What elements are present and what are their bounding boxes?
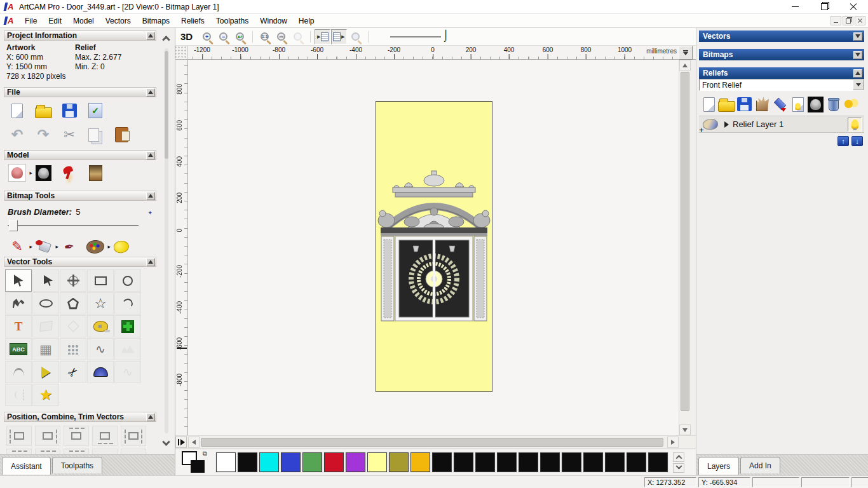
collapse-bitmap-tools-button[interactable]	[146, 192, 155, 200]
bitmaps-section-header[interactable]: Bitmaps	[699, 49, 864, 60]
tool-button[interactable]	[85, 163, 106, 183]
colour-swatch[interactable]	[259, 452, 279, 472]
menu-item[interactable]: Reliefs	[175, 15, 210, 27]
scroll-up-button[interactable]	[679, 60, 691, 71]
collapse-position-button[interactable]	[146, 413, 155, 421]
collapse-project-info-button[interactable]	[146, 32, 155, 40]
menu-item[interactable]: Help	[293, 15, 320, 27]
colour-swatch[interactable]	[389, 452, 409, 472]
vector-tool-button[interactable]: ∿	[87, 338, 114, 360]
relief-tool-button[interactable]	[825, 95, 842, 113]
vector-tool-button[interactable]	[114, 315, 141, 337]
align-tool-button[interactable]	[92, 449, 118, 454]
relief-selector[interactable]: Front Relief	[699, 79, 864, 91]
menu-item[interactable]: Window	[254, 15, 293, 27]
vector-tool-button[interactable]: ✂	[60, 361, 86, 383]
tool-button[interactable]: ↷	[32, 125, 54, 145]
collapse-vector-tools-button[interactable]	[146, 258, 155, 266]
align-tool-button[interactable]	[6, 449, 32, 454]
vector-tool-button[interactable]	[60, 269, 86, 292]
minimize-button[interactable]	[780, 0, 810, 14]
colour-swatch[interactable]	[302, 452, 322, 472]
zoom-previous-button[interactable]: ↩	[232, 29, 248, 44]
tool-button[interactable]	[32, 100, 54, 121]
colour-swatch[interactable]	[238, 452, 257, 472]
vector-tool-button[interactable]	[60, 315, 86, 337]
zoom-fit-button[interactable]: ▭	[273, 29, 289, 44]
colour-swatch[interactable]	[583, 452, 603, 472]
colour-swatch[interactable]	[627, 452, 646, 472]
contrast-slider-track[interactable]	[390, 36, 441, 37]
colour-swatch[interactable]	[216, 452, 236, 472]
scroll-down-button[interactable]	[679, 424, 691, 435]
expand-bitmaps-button[interactable]	[853, 51, 862, 59]
panel-tab[interactable]: Layers	[698, 457, 739, 475]
collapse-model-button[interactable]	[146, 151, 155, 159]
move-layer-up-button[interactable]: ↑	[837, 136, 849, 146]
vector-tool-button[interactable]	[87, 315, 114, 337]
expand-layer-icon[interactable]	[724, 121, 729, 128]
scroll-right-button[interactable]	[667, 437, 679, 448]
tool-button[interactable]: ✒	[58, 236, 80, 257]
tool-button[interactable]	[85, 236, 106, 257]
align-tool-button[interactable]	[35, 449, 60, 454]
colour-swatch[interactable]	[410, 452, 430, 472]
align-tool-button[interactable]	[6, 426, 32, 446]
toggle-bitmap-view-button[interactable]: ▸	[315, 29, 330, 44]
relief-tool-button[interactable]	[718, 95, 735, 113]
vector-tool-button[interactable]	[32, 292, 59, 315]
colour-swatch[interactable]	[281, 452, 301, 472]
preview-relief-button[interactable]	[348, 29, 363, 44]
tool-button[interactable]: ✎	[6, 236, 28, 257]
menu-item[interactable]: Model	[67, 15, 100, 27]
collapse-file-button[interactable]	[146, 88, 155, 97]
zoom-1to1-button[interactable]: 1:1	[257, 29, 273, 44]
align-tool-button[interactable]	[121, 426, 146, 446]
panel-tab[interactable]: Toolpaths	[52, 457, 102, 473]
toggle-vector-view-button[interactable]: ▸	[331, 29, 347, 44]
assistant-scrollbar[interactable]	[161, 34, 172, 447]
relief-tool-button[interactable]	[807, 95, 824, 113]
colour-swatch[interactable]	[562, 452, 581, 472]
tool-button[interactable]	[6, 100, 28, 121]
horizontal-scrollbar[interactable]	[175, 435, 696, 449]
colour-swatch[interactable]	[475, 452, 495, 472]
primary-secondary-colour-indicator[interactable]: ⧉	[182, 451, 208, 474]
zoom-objects-button[interactable]	[290, 29, 306, 44]
secondary-colour-swatch[interactable]	[191, 460, 205, 473]
colour-swatch[interactable]	[367, 452, 387, 472]
scrollbar-thumb[interactable]	[165, 51, 168, 159]
palette-scroll-down-button[interactable]	[673, 463, 684, 473]
layer-visibility-button[interactable]	[848, 118, 862, 132]
horizontal-scroll-thumb[interactable]	[201, 438, 663, 447]
align-tool-button[interactable]: Nes	[121, 449, 146, 454]
vectors-section-header[interactable]: Vectors	[699, 30, 864, 42]
menu-item[interactable]: Edit	[43, 15, 67, 27]
align-tool-button[interactable]	[92, 426, 118, 446]
model-section-header[interactable]: Model	[4, 150, 156, 160]
colour-swatch[interactable]	[605, 452, 625, 472]
scroll-left-button[interactable]	[188, 437, 200, 448]
vector-tool-button[interactable]	[60, 338, 86, 360]
scroll-down-icon[interactable]	[162, 438, 170, 446]
relief-tool-button[interactable]	[754, 95, 771, 113]
slider-handle[interactable]	[9, 220, 18, 231]
relief-tool-button[interactable]	[843, 95, 860, 113]
menu-item[interactable]: Vectors	[100, 15, 137, 27]
panel-tab[interactable]: Add In	[740, 457, 780, 473]
mdi-restore-button[interactable]	[843, 16, 853, 25]
expand-vectors-button[interactable]	[853, 32, 862, 41]
menu-item[interactable]: Bitmaps	[137, 15, 175, 27]
colour-swatch[interactable]	[519, 452, 538, 472]
vector-tool-button[interactable]	[114, 269, 141, 292]
vector-tool-button[interactable]	[87, 361, 114, 383]
brush-flyout-icon[interactable]: ✦	[147, 210, 153, 216]
vector-tool-button[interactable]	[32, 315, 59, 337]
position-combine-trim-header[interactable]: Position, Combine, Trim Vectors	[4, 412, 156, 422]
vector-tool-button[interactable]: ABC	[5, 338, 32, 360]
relief-layer-row[interactable]: Relief Layer 1	[699, 116, 864, 133]
dropdown-arrow-icon[interactable]	[853, 79, 864, 90]
door-artwork[interactable]	[376, 101, 492, 392]
close-button[interactable]	[839, 0, 868, 14]
vector-tool-button[interactable]	[32, 269, 59, 292]
